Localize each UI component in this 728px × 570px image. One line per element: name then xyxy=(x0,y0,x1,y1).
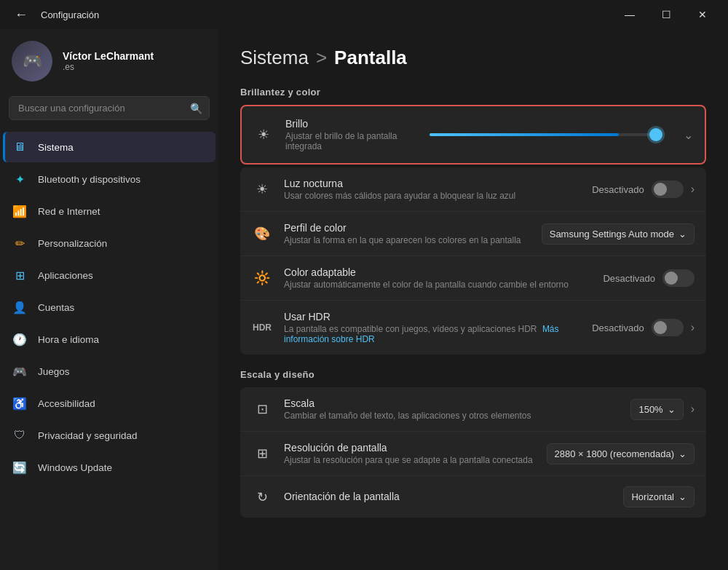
sidebar-item-accesibilidad[interactable]: ♿ Accesibilidad xyxy=(3,388,215,419)
luz-nocturna-subtitle: Usar colores más cálidos para ayudar a b… xyxy=(284,191,580,201)
color-adaptable-status: Desactivado xyxy=(603,273,655,284)
adaptive-color-icon: 🔆 xyxy=(252,268,272,288)
hdr-toggle[interactable] xyxy=(652,319,684,336)
brightness-card[interactable]: ☀ Brillo Ajustar el brillo de la pantall… xyxy=(240,105,706,165)
user-name: Víctor LeCharmant xyxy=(63,50,154,62)
orientacion-chevron-down: ⌄ xyxy=(678,491,687,502)
hdr-row[interactable]: HDR Usar HDR La pantalla es compatible c… xyxy=(240,301,706,355)
apps-icon: ⊞ xyxy=(12,267,28,283)
resolucion-row[interactable]: ⊞ Resolución de pantalla Ajustar la reso… xyxy=(240,432,706,476)
perfil-color-title: Perfil de color xyxy=(284,222,530,234)
escala-subtitle: Cambiar el tamaño del texto, las aplicac… xyxy=(284,411,619,421)
escala-row[interactable]: ⊡ Escala Cambiar el tamaño del texto, la… xyxy=(240,387,706,432)
perfil-color-row[interactable]: 🎨 Perfil de color Ajustar la forma en la… xyxy=(240,212,706,256)
brightness-slider-thumb[interactable] xyxy=(649,128,662,141)
brightness-title: Brillo xyxy=(285,118,406,130)
sidebar-item-hora[interactable]: 🕐 Hora e idioma xyxy=(3,324,215,355)
user-info: Víctor LeCharmant .es xyxy=(63,50,154,72)
update-icon: 🔄 xyxy=(12,459,28,475)
brightness-text: Brillo Ajustar el brillo de la pantalla … xyxy=(285,118,406,151)
orientacion-text: Orientación de la pantalla xyxy=(284,491,612,504)
games-icon: 🎮 xyxy=(12,363,28,379)
sidebar-item-label: Sistema xyxy=(38,142,74,153)
color-adaptable-row[interactable]: 🔆 Color adaptable Ajustar automáticament… xyxy=(240,256,706,301)
user-section[interactable]: 🎮 Víctor LeCharmant .es xyxy=(0,29,218,96)
resolucion-text: Resolución de pantalla Ajustar la resolu… xyxy=(284,442,535,465)
escala-text: Escala Cambiar el tamaño del texto, las … xyxy=(284,397,619,421)
search-box: 🔍 xyxy=(9,96,210,120)
resolucion-control: 2880 × 1800 (recomendada) ⌄ xyxy=(547,443,695,464)
hdr-control: Desactivado › xyxy=(592,319,695,336)
perfil-color-subtitle: Ajustar la forma en la que aparecen los … xyxy=(284,235,530,245)
sidebar-item-personalizacion[interactable]: ✏ Personalización xyxy=(3,228,215,258)
sidebar-item-red[interactable]: 📶 Red e Internet xyxy=(3,196,215,226)
resolucion-subtitle: Ajustar la resolución para que se adapte… xyxy=(284,455,535,465)
color-settings-card: ☀ Luz nocturna Usar colores más cálidos … xyxy=(240,167,706,355)
color-adaptable-toggle[interactable] xyxy=(662,269,695,287)
sidebar-item-juegos[interactable]: 🎮 Juegos xyxy=(3,356,215,387)
hdr-text: Usar HDR La pantalla es compatible con j… xyxy=(284,311,580,344)
resolucion-title: Resolución de pantalla xyxy=(284,442,535,454)
escala-title: Escala xyxy=(284,397,619,409)
sidebar-item-label: Cuentas xyxy=(38,302,74,313)
search-icon: 🔍 xyxy=(190,103,202,114)
sidebar-item-label: Aplicaciones xyxy=(38,270,93,281)
brightness-subtitle: Ajustar el brillo de la pantalla integra… xyxy=(285,131,406,151)
breadcrumb: Sistema > Pantalla xyxy=(240,47,706,69)
perfil-color-dropdown[interactable]: Samsung Settings Auto mode ⌄ xyxy=(542,223,695,245)
minimize-button[interactable]: — xyxy=(613,4,646,25)
color-adaptable-subtitle: Ajustar automáticamente el color de la p… xyxy=(284,280,591,290)
orientacion-dropdown[interactable]: Horizontal ⌄ xyxy=(623,486,695,507)
luz-nocturna-control: Desactivado › xyxy=(592,181,695,198)
escala-chevron-down: ⌄ xyxy=(668,404,676,415)
sidebar-item-label: Privacidad y seguridad xyxy=(38,430,138,441)
night-light-icon: ☀ xyxy=(252,179,272,199)
titlebar-title: Configuración xyxy=(41,9,99,20)
escala-value: 150% xyxy=(638,404,662,415)
app-body: 🎮 Víctor LeCharmant .es 🔍 🖥 Sistema ✦ Bl… xyxy=(0,29,728,570)
hdr-status: Desactivado xyxy=(592,322,644,333)
escala-dropdown[interactable]: 150% ⌄ xyxy=(630,399,683,420)
avatar: 🎮 xyxy=(12,41,52,82)
luz-nocturna-text: Luz nocturna Usar colores más cálidos pa… xyxy=(284,178,580,201)
breadcrumb-current: Pantalla xyxy=(334,47,407,69)
hdr-subtitle: La pantalla es compatible con juegos, ví… xyxy=(284,324,580,344)
dropdown-chevron: ⌄ xyxy=(678,229,687,240)
color-adaptable-text: Color adaptable Ajustar automáticamente … xyxy=(284,266,591,290)
orientacion-control: Horizontal ⌄ xyxy=(623,486,695,507)
sidebar-item-label: Juegos xyxy=(38,366,70,377)
luz-nocturna-toggle[interactable] xyxy=(652,181,684,198)
luz-nocturna-title: Luz nocturna xyxy=(284,178,580,189)
escala-chevron: › xyxy=(691,403,695,416)
sidebar-item-label: Hora e idioma xyxy=(38,334,99,345)
close-button[interactable]: ✕ xyxy=(686,4,719,25)
brightness-row: ☀ Brillo Ajustar el brillo de la pantall… xyxy=(242,106,705,163)
luz-nocturna-chevron: › xyxy=(691,183,695,196)
resolucion-dropdown[interactable]: 2880 × 1800 (recomendada) ⌄ xyxy=(547,443,695,464)
back-button[interactable]: ← xyxy=(9,4,33,25)
resolution-icon: ⊞ xyxy=(252,443,272,464)
network-icon: 📶 xyxy=(12,203,28,219)
sidebar-item-aplicaciones[interactable]: ⊞ Aplicaciones xyxy=(3,260,215,290)
perfil-color-text: Perfil de color Ajustar la forma en la q… xyxy=(284,222,530,245)
search-input[interactable] xyxy=(9,96,210,120)
luz-nocturna-row[interactable]: ☀ Luz nocturna Usar colores más cálidos … xyxy=(240,167,706,212)
resolucion-chevron-down: ⌄ xyxy=(678,448,687,459)
orientacion-row[interactable]: ↻ Orientación de la pantalla Horizontal … xyxy=(240,476,706,518)
sidebar-item-windows-update[interactable]: 🔄 Windows Update xyxy=(3,452,215,483)
section-title-color: Brillantez y color xyxy=(240,87,706,98)
sidebar-item-sistema[interactable]: 🖥 Sistema xyxy=(3,132,215,162)
sidebar-item-cuentas[interactable]: 👤 Cuentas xyxy=(3,292,215,322)
orientacion-value: Horizontal xyxy=(631,491,674,502)
layout-settings-card: ⊡ Escala Cambiar el tamaño del texto, la… xyxy=(240,387,706,518)
luz-nocturna-status: Desactivado xyxy=(592,184,644,195)
sidebar-item-bluetooth[interactable]: ✦ Bluetooth y dispositivos xyxy=(3,164,215,194)
sidebar-item-label: Windows Update xyxy=(38,462,112,473)
maximize-button[interactable]: ☐ xyxy=(649,4,683,25)
color-profile-icon: 🎨 xyxy=(252,223,272,244)
color-adaptable-control: Desactivado xyxy=(603,269,695,287)
sidebar-item-label: Accesibilidad xyxy=(38,398,95,409)
sidebar-item-privacidad[interactable]: 🛡 Privacidad y seguridad xyxy=(3,420,215,451)
titlebar-controls: — ☐ ✕ xyxy=(613,4,719,25)
brightness-slider-track[interactable] xyxy=(430,133,660,136)
